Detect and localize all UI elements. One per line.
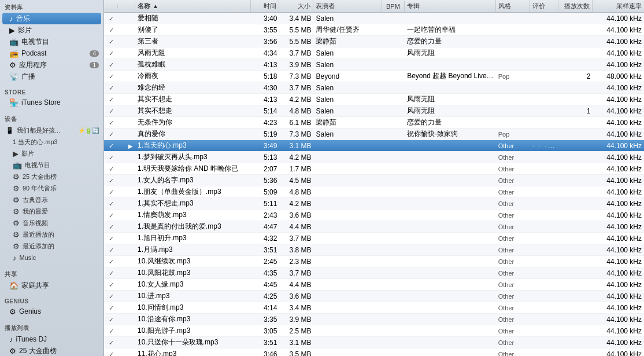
th-bitrate[interactable]: 采样速率 xyxy=(593,0,644,12)
table-row[interactable]: ✓ 冷雨夜 5:18 7.3 MB Beyond Beyond 超越 Beyon… xyxy=(104,71,644,82)
device-90s-icon: ⚙ xyxy=(13,184,20,193)
th-time[interactable]: 时间 xyxy=(251,0,279,12)
sidebar-item-tv-label: 电视节目 xyxy=(21,37,49,47)
table-row[interactable]: ✓ 风雨无阻 4:34 3.7 MB Salen 风雨无阻 44.100 kHz xyxy=(104,47,644,59)
sidebar-item-device-top25[interactable]: ⚙ 25 大金曲榜 xyxy=(0,171,103,182)
sidebar-item-apps[interactable]: ⚙ 应用程序 1 xyxy=(0,59,103,71)
cell-bpm xyxy=(382,319,405,320)
cell-album xyxy=(405,284,496,285)
table-row[interactable]: ✓ 10.沿途有你.mp3 3:35 3.9 MB Other 44.100 k… xyxy=(104,314,644,325)
cell-name: 10.进.mp3 xyxy=(135,291,251,302)
table-row[interactable]: ✓ 10.凤阳花鼓.mp3 4:35 3.7 MB Other 44.100 k… xyxy=(104,267,644,279)
th-rating[interactable]: 评价 xyxy=(530,0,558,12)
cell-bitrate: 44.100 kHz xyxy=(593,60,644,69)
cell-bpm xyxy=(382,41,405,42)
sidebar-item-device-classic[interactable]: ⚙ 古典音乐 xyxy=(0,194,103,205)
sidebar-item-itunes-store[interactable]: 🏪 iTunes Store xyxy=(0,97,103,108)
sidebar-item-movies-label: 影片 xyxy=(18,25,32,35)
table-row[interactable]: ✓ 难念的经 4:30 3.7 MB Salen 44.100 kHz xyxy=(104,82,644,94)
cell-bitrate: 44.100 kHz xyxy=(593,245,644,255)
th-name[interactable]: 名称▲ xyxy=(135,0,251,12)
cell-size: 4.2 MB xyxy=(279,95,313,104)
cell-style: Other xyxy=(496,304,530,312)
sidebar-item-device-fav[interactable]: ⚙ 我的最爱 xyxy=(0,205,103,217)
table-row[interactable]: ✓ 10.风继续吹.mp3 2:45 2.3 MB Other 44.100 k… xyxy=(104,256,644,267)
sidebar-item-itunes-dj[interactable]: ♪ iTunes DJ xyxy=(0,333,103,345)
table-row[interactable]: ✓ 真的爱你 5:19 7.3 MB Salen 祝你愉快-致家驹 Pop 44… xyxy=(104,129,644,140)
table-row[interactable]: ✓ 1.我是真的付出我的爱.mp3 4:47 4.4 MB Other 44.1… xyxy=(104,221,644,233)
table-row[interactable]: ✓ 10.阳光游子.mp3 3:05 2.5 MB Other 44.100 k… xyxy=(104,325,644,337)
sidebar-item-device-movies[interactable]: ▶ 影片 xyxy=(0,148,103,159)
cell-num xyxy=(118,18,135,19)
th-bpm[interactable]: BPM xyxy=(382,1,405,12)
sidebar-item-home-sharing-label: 家庭共享 xyxy=(21,281,49,291)
table-row[interactable]: ✓ 第三者 3:56 5.5 MB 梁静茹 恋爱的力量 44.100 kHz xyxy=(104,36,644,47)
table-row[interactable]: ✓ 孤枕难眠 4:13 3.9 MB Salen 44.100 kHz xyxy=(104,59,644,71)
table-row[interactable]: ✓ 其实不想走 5:14 4.8 MB Salen 风雨无阻 1 44.100 … xyxy=(104,105,644,117)
table-row[interactable]: ✓ 10.只送你十一朵玫瑰.mp3 3:51 3.1 MB Other 44.1… xyxy=(104,337,644,348)
table-row[interactable]: ✓ 1.其实不想走.mp3 5:11 4.2 MB Other 44.100 k… xyxy=(104,198,644,210)
table-row[interactable]: ✓ 1.旭日初升.mp3 4:32 3.7 MB Other 44.100 kH… xyxy=(104,233,644,244)
table-row[interactable]: ✓ ▶ 1.当天的心.mp3 3:49 3.1 MB Other · · · ·… xyxy=(104,140,644,152)
sidebar-item-device-mv[interactable]: ⚙ 音乐视频 xyxy=(0,217,103,229)
sidebar-item-music[interactable]: ♪ 音乐 xyxy=(2,13,101,24)
table-row[interactable]: ✓ 1.朋友（单曲黄金版）.mp3 5:09 4.8 MB Other 44.1… xyxy=(104,186,644,198)
sidebar-item-podcast[interactable]: 📻 Podcast 4 xyxy=(0,47,103,59)
sidebar-item-home-sharing[interactable]: 🏠 家庭共享 xyxy=(0,280,103,291)
sidebar-item-playlist-top25[interactable]: ⚙ 25 大金曲榜 xyxy=(0,345,103,356)
sidebar-item-device[interactable]: 📱 我们都是好孩... ⚡🔋🔄 xyxy=(0,124,103,136)
th-size[interactable]: 大小 xyxy=(279,0,313,12)
cell-bitrate: 44.100 kHz xyxy=(593,234,644,243)
cell-rating xyxy=(530,296,558,297)
sidebar-item-radio[interactable]: 📡 广播 xyxy=(0,71,103,82)
sidebar-item-device-music[interactable]: ♪ Music xyxy=(0,252,103,263)
cell-album xyxy=(405,261,496,262)
table-row[interactable]: ✓ 1.情窦萌发.mp3 2:43 3.6 MB Other 44.100 kH… xyxy=(104,210,644,221)
sidebar-item-tv[interactable]: 📺 电视节目 xyxy=(0,36,103,47)
cell-size: 3.7 MB xyxy=(279,49,313,58)
cell-size: 2.3 MB xyxy=(279,257,313,266)
table-row[interactable]: ✓ 1.明天我要嫁给你 AND 昨晚你已 2:07 1.7 MB Other 4… xyxy=(104,163,644,175)
table-row[interactable]: ✓ 1.女人的名字.mp3 5:36 4.5 MB Other 44.100 k… xyxy=(104,175,644,186)
cell-style: Other xyxy=(496,142,530,150)
cell-time: 2:43 xyxy=(251,211,279,220)
sidebar-item-movies[interactable]: ▶ 影片 xyxy=(0,24,103,36)
table-row[interactable]: ✓ 其实不想走 4:13 4.2 MB Salen 风雨无阻 44.100 kH… xyxy=(104,94,644,105)
th-check[interactable] xyxy=(104,5,118,8)
table-row[interactable]: ✓ 10.女人缘.mp3 4:45 4.4 MB Other 44.100 kH… xyxy=(104,279,644,291)
sidebar-item-device-recent[interactable]: ⚙ 最近播放的 xyxy=(0,229,103,240)
cell-artist xyxy=(313,168,382,170)
sidebar-item-device-added[interactable]: ⚙ 最近添加的 xyxy=(0,240,103,252)
th-num[interactable] xyxy=(118,5,135,8)
cell-rating xyxy=(530,134,558,135)
cell-album xyxy=(405,273,496,274)
table-row[interactable]: ✓ 11.花心.mp3 3:46 3.5 MB Other 44.100 kHz xyxy=(104,348,644,356)
movies-icon: ▶ xyxy=(9,26,15,35)
sidebar-item-device-90s[interactable]: ⚙ 90 年代音乐 xyxy=(0,182,103,194)
playlist-top25-icon: ⚙ xyxy=(9,347,16,355)
cell-bpm xyxy=(382,249,405,251)
table-row[interactable]: ✓ 1.梦到破灭再从头.mp3 5:13 4.2 MB Other 44.100… xyxy=(104,152,644,163)
th-artist[interactable]: 表演者 xyxy=(313,0,382,12)
cell-rating xyxy=(530,76,558,77)
cell-artist xyxy=(313,296,382,297)
table-row[interactable]: ✓ 爱相随 3:40 3.4 MB Salen 44.100 kHz xyxy=(104,13,644,24)
sidebar-item-device-tv[interactable]: 📺 电视节目 xyxy=(0,159,103,171)
rating-dots[interactable]: · · · · · xyxy=(532,142,558,150)
th-album[interactable]: 专辑 xyxy=(405,0,496,12)
table-row[interactable]: ✓ 10.问情剑.mp3 4:14 3.4 MB Other 44.100 kH… xyxy=(104,302,644,314)
cell-size: 4.8 MB xyxy=(279,188,313,197)
table-row[interactable]: ✓ 10.进.mp3 4:25 3.6 MB Other 44.100 kHz xyxy=(104,291,644,302)
table-row[interactable]: ✓ 别傻了 3:55 5.5 MB 周华健/任贤齐 一起吃苦的幸福 44.100… xyxy=(104,24,644,36)
table-row[interactable]: ✓ 1.月满.mp3 3:51 3.8 MB Other 44.100 kHz xyxy=(104,244,644,256)
cell-time: 5:14 xyxy=(251,107,279,116)
sidebar-item-device-song[interactable]: 1.当天的心.mp3 xyxy=(0,136,103,148)
th-plays[interactable]: 播放次数 xyxy=(558,0,593,12)
device-movies-icon: ▶ xyxy=(13,149,18,158)
cell-time: 3:35 xyxy=(251,315,279,324)
cell-num xyxy=(118,87,135,89)
sidebar-item-genius[interactable]: ⚙ Genius xyxy=(0,306,103,317)
table-row[interactable]: ✓ 无条件为你 4:23 6.1 MB 梁静茹 恋爱的力量 44.100 kHz xyxy=(104,117,644,129)
cell-artist xyxy=(313,307,382,309)
th-style[interactable]: 风格 xyxy=(496,0,530,12)
